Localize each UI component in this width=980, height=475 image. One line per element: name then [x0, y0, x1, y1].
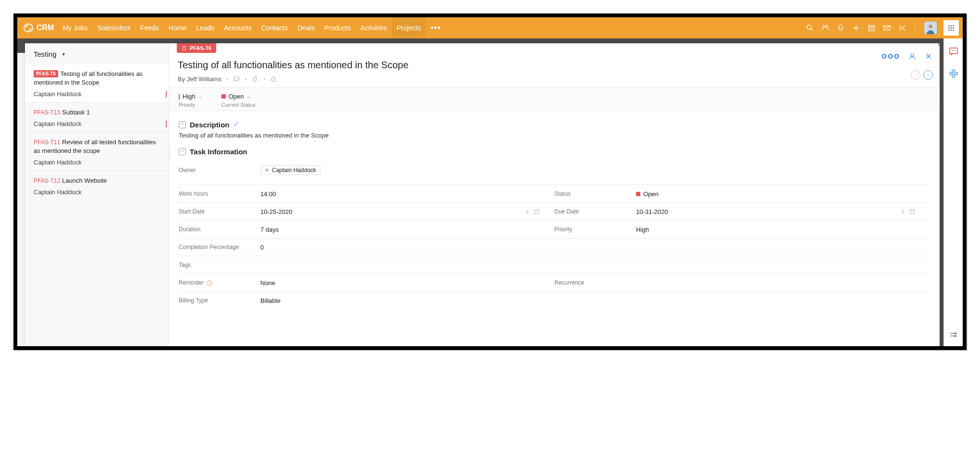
nav-item-products[interactable]: Products: [319, 17, 355, 38]
tools-icon[interactable]: [898, 24, 906, 32]
nav-item-leads[interactable]: Leads: [191, 17, 219, 38]
nav-item-home[interactable]: Home: [164, 17, 191, 38]
svg-rect-18: [951, 29, 952, 31]
help-icon[interactable]: ?: [207, 280, 212, 286]
clipboard-icon: [182, 46, 187, 51]
status-selector[interactable]: Open⌄ Current Status: [221, 93, 256, 108]
task-list: PFAS-T6Testing of all functionalities as…: [25, 64, 169, 346]
calendar-icon[interactable]: 31: [867, 24, 876, 32]
close-icon[interactable]: [924, 52, 933, 61]
detail-body: ⋮⋮ ⌃ Description Testing of all function…: [169, 111, 940, 346]
more-actions-button[interactable]: ooo: [882, 51, 900, 61]
description-section-header[interactable]: ⌃ Description: [179, 121, 930, 129]
remove-icon[interactable]: ✕: [265, 167, 269, 174]
next-button[interactable]: ›: [923, 70, 933, 80]
priority-selector[interactable]: High⌄ Priority: [179, 93, 202, 108]
task-list-sidebar: Testing ▾ PFAS-T6Testing of all function…: [25, 43, 169, 346]
nav-item-feeds[interactable]: Feeds: [135, 17, 164, 38]
row-billing: Billing Type Billable: [179, 291, 930, 309]
collapse-icon: ⌃: [179, 121, 186, 128]
task-card[interactable]: PFAS-T11Review of all tested functionali…: [25, 132, 169, 171]
nav-menu: My JobsSalesInboxFeedsHomeLeadsAccountsC…: [58, 17, 445, 38]
completion-value[interactable]: 0: [260, 244, 554, 251]
nav-icons: 31: [806, 20, 959, 36]
row-dates: Start Date 10-25-2020 Due Date 10-31-202…: [179, 202, 930, 220]
row-work-status: Work hours 14:00 Status Open: [179, 185, 930, 202]
svg-point-22: [953, 50, 954, 51]
task-card[interactable]: PFAS-T12Launch WebsiteCaptain Haddock: [25, 171, 169, 200]
task-info-section-header[interactable]: ⌃ Task Information: [179, 148, 930, 156]
owner-chip[interactable]: ✕Captain Haddock: [260, 165, 320, 175]
nav-item-accounts[interactable]: Accounts: [219, 17, 257, 38]
comment-icon[interactable]: [233, 75, 240, 83]
users-icon[interactable]: [821, 24, 830, 32]
svg-rect-19: [953, 29, 954, 31]
task-byline: By Jeff Williams • • •: [178, 75, 928, 83]
chat-icon[interactable]: [948, 46, 959, 57]
svg-point-26: [949, 72, 952, 75]
svg-point-10: [929, 25, 932, 28]
prev-next-nav: ‹ ›: [911, 70, 933, 80]
nav-item-projects[interactable]: Projects: [392, 17, 426, 38]
task-card[interactable]: PFAS-T13Subtask 1Captain Haddock: [25, 102, 169, 132]
plus-icon[interactable]: [852, 24, 860, 32]
task-card[interactable]: PFAS-T6Testing of all functionalities as…: [25, 64, 169, 102]
start-date-value[interactable]: 10-25-2020: [260, 208, 524, 215]
nav-item-deals[interactable]: Deals: [293, 17, 319, 38]
mail-icon[interactable]: [882, 24, 891, 32]
app-window: CRM My JobsSalesInboxFeedsHomeLeadsAccou…: [13, 13, 967, 350]
nav-item-salesinbox[interactable]: SalesInbox: [93, 17, 135, 38]
work-hours-value[interactable]: 14:00: [260, 190, 554, 198]
calendar-picker-icon[interactable]: [533, 208, 540, 215]
prev-button[interactable]: ‹: [911, 70, 920, 80]
billing-value[interactable]: Billable: [260, 297, 554, 304]
sidebar-dropdown[interactable]: Testing ▾: [25, 43, 169, 64]
background-page-strip: [17, 53, 25, 346]
task-id-badge[interactable]: PFAS-T6: [177, 43, 216, 53]
chevron-down-icon: ⌄: [247, 94, 251, 99]
svg-rect-17: [948, 29, 950, 31]
clear-date-icon[interactable]: [524, 208, 530, 215]
task-title: Testing of all functionalities as mentio…: [178, 60, 928, 71]
task-detail: PFAS-T6 Testing of all functionalities a…: [169, 43, 940, 346]
nav-more-button[interactable]: •••: [426, 17, 446, 38]
nav-divider: [915, 23, 916, 33]
clear-date-icon[interactable]: [899, 208, 906, 215]
task-info-grid: Owner ✕Captain Haddock Work hours 14:00: [179, 162, 930, 309]
collapse-icon: ⌃: [179, 148, 186, 155]
edit-icon[interactable]: [233, 121, 239, 128]
nav-item-contacts[interactable]: Contacts: [257, 17, 293, 38]
status-value[interactable]: Open: [636, 190, 930, 198]
svg-point-34: [911, 53, 914, 56]
expand-icon[interactable]: [948, 330, 959, 340]
due-date-value[interactable]: 10-31-2020: [636, 208, 899, 215]
description-text: Testing of all functionalities as mentio…: [179, 132, 930, 139]
svg-rect-11: [948, 25, 950, 26]
duration-value[interactable]: 7 days: [260, 226, 554, 233]
brand-logo[interactable]: CRM: [23, 23, 54, 33]
svg-rect-37: [534, 210, 539, 214]
nav-item-activities[interactable]: Activities: [355, 17, 392, 38]
apps-grid-icon[interactable]: [943, 20, 959, 36]
info-icon[interactable]: [270, 76, 277, 83]
flower-icon[interactable]: [948, 68, 959, 79]
nav-item-my-jobs[interactable]: My Jobs: [58, 17, 92, 38]
task-id-text: PFAS-T6: [190, 45, 211, 51]
svg-rect-39: [910, 210, 914, 214]
search-icon[interactable]: [806, 24, 814, 32]
assignee-icon[interactable]: [908, 52, 917, 61]
svg-text:31: 31: [870, 27, 873, 30]
brand-text: CRM: [37, 24, 54, 32]
chevron-down-icon: ⌄: [198, 94, 202, 99]
owner-label: Owner: [179, 167, 260, 174]
status-label: Current Status: [221, 102, 256, 108]
bell-icon[interactable]: [836, 24, 845, 32]
reminder-value[interactable]: None: [260, 279, 554, 287]
priority-value[interactable]: High: [636, 226, 930, 233]
attachment-icon[interactable]: [252, 75, 259, 83]
resize-handle-icon[interactable]: ⋮⋮: [169, 149, 170, 160]
user-avatar[interactable]: [924, 22, 937, 34]
svg-rect-13: [953, 25, 954, 26]
task-card-title: Launch Website: [62, 177, 107, 184]
calendar-picker-icon[interactable]: [909, 208, 916, 215]
